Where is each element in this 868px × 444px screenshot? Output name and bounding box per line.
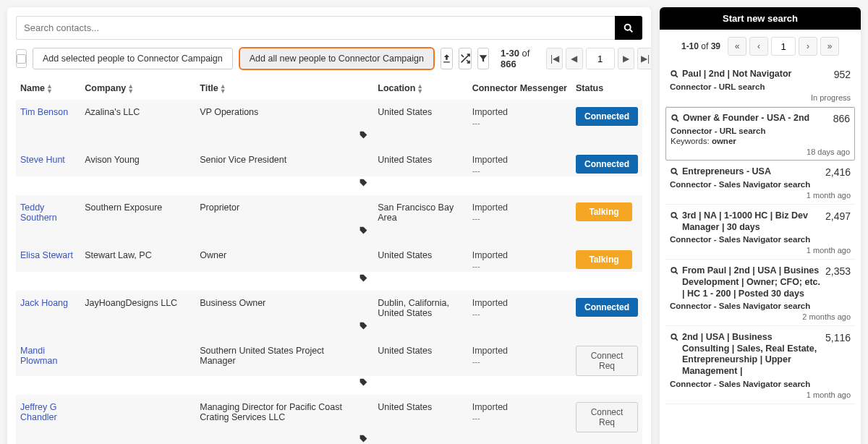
last-page-button[interactable]: ▶| <box>637 48 651 69</box>
tag-icon[interactable] <box>359 226 369 235</box>
svg-line-7 <box>676 173 678 175</box>
svg-line-9 <box>676 217 678 219</box>
col-location[interactable]: Location▲▼ <box>373 76 467 100</box>
search-icon <box>671 114 680 123</box>
saved-search-item[interactable]: Owner & Founder - USA - 2nd 866 Connecto… <box>665 107 855 161</box>
search-button[interactable] <box>615 16 642 40</box>
select-all-checkbox[interactable] <box>16 49 27 68</box>
add-all-new-button[interactable]: Add all new people to Connector Campaign <box>239 47 435 70</box>
tag-icon[interactable] <box>359 434 369 443</box>
side-page-input[interactable] <box>771 37 796 56</box>
title-cell: Proprietor <box>195 195 354 224</box>
contact-name-link[interactable]: Jeffrey G Chandler <box>20 402 57 422</box>
svg-line-1 <box>630 30 632 32</box>
messenger-cell: Imported--- <box>468 100 571 129</box>
saved-source: Connector - Sales Navigator search <box>670 302 851 310</box>
location-cell: United States <box>373 338 467 376</box>
saved-search-item[interactable]: Entrepreneurs - USA 2,416 Connector - Sa… <box>665 161 855 205</box>
saved-time: 1 month ago <box>670 390 851 399</box>
saved-time: In progress <box>670 93 851 102</box>
svg-point-8 <box>671 213 676 218</box>
tag-icon[interactable] <box>359 178 369 187</box>
col-title[interactable]: Title▲▼ <box>195 76 354 100</box>
shuffle-icon <box>459 53 471 64</box>
search-icon <box>670 167 679 176</box>
col-status: Status <box>571 76 642 100</box>
connect-req-button[interactable]: Connect Req <box>576 346 638 376</box>
table-row: Jack Hoang JayHoangDesigns LLC Business … <box>16 291 642 320</box>
shuffle-button[interactable] <box>459 48 472 69</box>
status-badge[interactable]: Connected <box>576 155 638 174</box>
saved-search-item[interactable]: 3rd | NA | 1-1000 HC | Biz Dev Manager |… <box>665 205 855 260</box>
table-row: Elisa Stewart Stewart Law, PC Owner Unit… <box>16 243 642 272</box>
location-cell: United States <box>373 100 467 129</box>
table-row: Steve Hunt Avison Young Senior Vice Pres… <box>16 148 642 176</box>
connect-req-button[interactable]: Connect Req <box>576 402 638 432</box>
svg-point-2 <box>671 71 676 76</box>
add-selected-button[interactable]: Add selected people to Connector Campaig… <box>33 48 233 69</box>
title-cell: VP Operations <box>195 100 354 129</box>
side-pagination: 1-10 of 39 « ‹ › » <box>660 30 861 63</box>
status-badge[interactable]: Connected <box>576 298 638 317</box>
saved-source: Connector - Sales Navigator search <box>670 380 851 388</box>
saved-count: 5,116 <box>825 332 851 343</box>
saved-count: 2,497 <box>825 210 851 222</box>
tag-icon[interactable] <box>359 321 369 330</box>
search-icon <box>670 69 679 79</box>
filter-button[interactable] <box>477 48 489 69</box>
page-input[interactable] <box>586 48 615 69</box>
contact-name-link[interactable]: Jack Hoang <box>20 298 68 308</box>
saved-search-item[interactable]: From Paul | 2nd | USA | Busines Developm… <box>665 260 855 326</box>
location-cell: United States <box>373 148 467 176</box>
saved-search-item[interactable]: Paul | 2nd | Not Navigator 952 Connector… <box>665 63 855 107</box>
svg-line-3 <box>676 75 678 77</box>
location-cell: Dublin, California, United States <box>373 291 467 320</box>
tag-icon[interactable] <box>359 377 369 387</box>
company-cell: Avison Young <box>80 148 195 176</box>
status-badge[interactable]: Talking <box>576 202 632 221</box>
page-range: 1-30 <box>501 48 519 59</box>
saved-time: 1 month ago <box>670 191 851 200</box>
svg-point-6 <box>671 168 676 174</box>
tag-icon[interactable] <box>359 130 369 140</box>
export-icon <box>441 54 452 64</box>
search-input[interactable] <box>16 16 615 40</box>
search-icon <box>623 22 634 34</box>
first-page-button[interactable]: |◀ <box>546 48 563 69</box>
contact-name-link[interactable]: Elisa Stewart <box>20 250 73 260</box>
saved-source: Connector - URL search <box>671 127 850 135</box>
table-row: Teddy Southern Southern Exposure Proprie… <box>16 195 642 224</box>
side-prev-page[interactable]: ‹ <box>749 37 768 56</box>
svg-line-13 <box>676 338 678 341</box>
tag-icon[interactable] <box>359 273 369 283</box>
svg-point-0 <box>625 24 631 30</box>
side-last-page[interactable]: » <box>820 37 839 56</box>
location-cell: United States <box>373 395 467 432</box>
pagination: 1-30 of 866 |◀ ◀ ▶ ▶| <box>501 48 651 69</box>
contact-name-link[interactable]: Mandi Plowman <box>20 346 57 366</box>
svg-line-11 <box>676 272 678 274</box>
col-name[interactable]: Name▲▼ <box>16 76 80 100</box>
saved-search-item[interactable]: 2nd | USA | Business Consulting | Sales,… <box>665 326 855 404</box>
search-icon <box>670 266 679 276</box>
export-button[interactable] <box>441 48 453 69</box>
messenger-cell: Imported--- <box>468 291 571 320</box>
company-cell: Azalina's LLC <box>80 100 195 129</box>
saved-count: 2,416 <box>825 166 851 178</box>
saved-count: 2,353 <box>825 265 851 277</box>
contact-name-link[interactable]: Steve Hunt <box>20 155 65 165</box>
side-next-page[interactable]: › <box>799 37 817 56</box>
saved-title-text: From Paul | 2nd | USA | Busines Developm… <box>682 265 821 299</box>
company-cell <box>80 338 195 376</box>
contact-name-link[interactable]: Tim Benson <box>20 107 68 117</box>
page-total: 866 <box>501 59 516 69</box>
prev-page-button[interactable]: ◀ <box>566 48 582 69</box>
start-new-search-button[interactable]: Start new search <box>660 7 861 30</box>
table-row: Tim Benson Azalina's LLC VP Operations U… <box>16 100 642 129</box>
next-page-button[interactable]: ▶ <box>618 48 634 69</box>
contact-name-link[interactable]: Teddy Southern <box>20 202 57 223</box>
status-badge[interactable]: Talking <box>576 250 632 269</box>
col-company[interactable]: Company▲▼ <box>80 76 195 100</box>
status-badge[interactable]: Connected <box>576 107 638 126</box>
side-first-page[interactable]: « <box>728 37 746 56</box>
